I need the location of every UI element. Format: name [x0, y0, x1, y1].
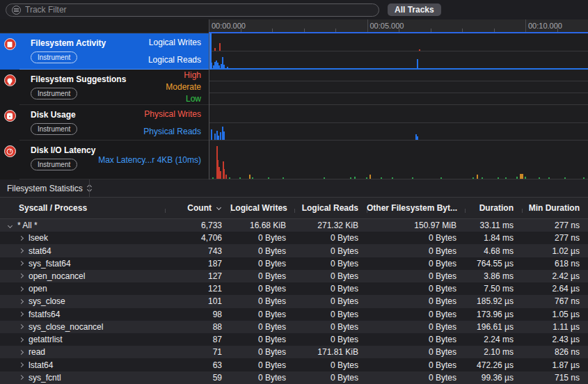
logical-reads-cell: 0 Bytes [294, 271, 367, 281]
track-label-area[interactable]: Filesystem ActivityInstrumentLogical Wri… [19, 33, 209, 70]
logical-reads-cell: 0 Bytes [294, 296, 367, 306]
logical-writes-cell: 0 Bytes [230, 284, 294, 294]
timeline-ruler[interactable]: 00:00.00000:05.00000:10.000 [0, 19, 588, 33]
table-row[interactable]: open_nocancel1270 Bytes0 Bytes0 Bytes3.8… [0, 270, 588, 282]
column-header[interactable]: Logical Writes [230, 203, 294, 213]
table-row[interactable]: lseek4,7060 Bytes0 Bytes0 Bytes1.84 ms27… [0, 232, 588, 244]
other-bytes-cell: 0 Bytes [367, 310, 465, 319]
spike [370, 175, 371, 179]
ruler-label: 00:05.000 [370, 22, 404, 30]
disclosure-closed-icon[interactable] [19, 287, 24, 291]
count-cell: 187 [165, 259, 230, 269]
ruler-scale[interactable]: 00:00.00000:05.00000:10.000 [209, 19, 588, 33]
table-row[interactable]: sys_close1010 Bytes0 Bytes0 Bytes185.92 … [0, 295, 588, 307]
disclosure-closed-icon[interactable] [19, 324, 24, 329]
ruler-label: 00:00.000 [212, 22, 246, 30]
min-duration-cell: 2.42 µs [522, 271, 588, 281]
logical-reads-cell: 0 Bytes [294, 373, 367, 383]
track-filter-field[interactable] [6, 3, 379, 17]
track-filter-input[interactable] [25, 5, 373, 15]
disclosure-closed-icon[interactable] [19, 261, 24, 266]
other-bytes-cell: 0 Bytes [367, 322, 465, 332]
spike [214, 134, 216, 140]
logical-writes-cell: 0 Bytes [230, 373, 294, 383]
spike [214, 48, 216, 51]
table-row[interactable]: open1210 Bytes0 Bytes0 Bytes7.50 ms2.64 … [0, 282, 588, 295]
table-row[interactable]: read710 Bytes171.81 KiB0 Bytes2.10 ms826… [0, 346, 588, 358]
table-row[interactable]: sys_close_nocancel880 Bytes0 Bytes0 Byte… [0, 321, 588, 333]
spike [417, 136, 418, 140]
disclosure-closed-icon[interactable] [19, 299, 24, 304]
playhead[interactable] [209, 33, 212, 70]
syscall-name: fstatfs64 [29, 310, 60, 319]
spike [412, 177, 413, 179]
track-chart[interactable] [209, 105, 588, 141]
chart-lane [209, 33, 588, 51]
table-row[interactable]: stat647430 Bytes0 Bytes0 Bytes4.68 ms1.0… [0, 244, 588, 257]
table-row[interactable]: * All *6,73316.68 KiB271.32 KiB150.97 Mi… [0, 219, 588, 232]
track-chart[interactable] [209, 70, 588, 105]
spike [366, 177, 367, 179]
count-cell: 63 [165, 360, 230, 370]
disclosure-closed-icon[interactable] [19, 375, 24, 380]
disk-icon [4, 110, 16, 122]
logical-writes-cell: 0 Bytes [230, 259, 294, 269]
track-row[interactable]: Disk I/O LatencyInstrumentMax Latency...… [0, 141, 588, 179]
duration-cell: 764.55 µs [465, 259, 522, 269]
disclosure-closed-icon[interactable] [19, 362, 24, 367]
table-row[interactable]: getattrlist870 Bytes0 Bytes0 Bytes2.24 m… [0, 333, 588, 346]
instrument-title: Disk I/O Latency [31, 145, 95, 155]
spike [525, 177, 526, 179]
syscall-name: sys_fstat64 [29, 259, 71, 269]
min-duration-cell: 2.43 µs [522, 335, 588, 344]
logical-reads-cell: 0 Bytes [294, 259, 367, 269]
lane-label: Physical Reads [143, 122, 201, 140]
track-row[interactable]: Disk UsageInstrumentPhysical WritesPhysi… [0, 105, 588, 141]
track-label-area[interactable]: Filesystem SuggestionsInstrumentHighMode… [19, 70, 209, 105]
all-tracks-button[interactable]: All Tracks [388, 3, 441, 16]
spike [249, 175, 251, 179]
column-header[interactable]: Min Duration [522, 203, 588, 213]
disclosure-closed-icon[interactable] [19, 312, 24, 317]
track-row[interactable]: Filesystem SuggestionsInstrumentHighMode… [0, 70, 588, 105]
disclosure-closed-icon[interactable] [19, 337, 24, 342]
track-row[interactable]: Filesystem ActivityInstrumentLogical Wri… [0, 33, 588, 70]
logical-reads-cell: 0 Bytes [294, 310, 367, 319]
column-header[interactable]: Duration [465, 203, 522, 213]
logical-writes-cell: 0 Bytes [230, 296, 294, 306]
track-label-area[interactable]: Disk UsageInstrumentPhysical WritesPhysi… [19, 105, 209, 141]
spike [213, 65, 214, 68]
spike [229, 177, 230, 179]
ruler-label: 00:10.000 [528, 22, 562, 30]
track-chart[interactable] [209, 141, 588, 179]
column-header[interactable]: Logical Reads [294, 203, 367, 213]
min-duration-cell: 767 ns [522, 296, 588, 306]
disclosure-closed-icon[interactable] [19, 248, 24, 253]
count-cell: 6,733 [165, 221, 230, 230]
logical-writes-cell: 0 Bytes [230, 335, 294, 344]
duration-cell: 33.11 ms [465, 221, 522, 230]
table-row[interactable]: sys_fstat641870 Bytes0 Bytes0 Bytes764.5… [0, 257, 588, 270]
spike [472, 177, 474, 179]
disclosure-closed-icon[interactable] [19, 236, 24, 241]
table-row[interactable]: lstat64630 Bytes0 Bytes0 Bytes472.26 µs1… [0, 358, 588, 371]
disclosure-closed-icon[interactable] [19, 350, 24, 355]
logical-writes-cell: 0 Bytes [230, 310, 294, 319]
count-cell: 88 [165, 322, 230, 332]
track-gutter [0, 105, 19, 141]
statistics-jump-bar[interactable]: Filesystem Statistics [0, 179, 588, 198]
column-header[interactable]: Count [165, 203, 230, 213]
table-row[interactable]: fstatfs64980 Bytes0 Bytes0 Bytes173.96 µ… [0, 308, 588, 321]
spike [239, 177, 241, 179]
duration-cell: 2.10 ms [465, 347, 522, 357]
min-duration-cell: 715 ns [522, 373, 588, 383]
track-label-area[interactable]: Disk I/O LatencyInstrumentMax Latency...… [19, 141, 209, 179]
filter-icon [12, 6, 21, 15]
disclosure-closed-icon[interactable] [19, 273, 24, 278]
column-header[interactable]: Other Filesystem Byt... [367, 203, 465, 213]
column-header[interactable]: Syscall / Process [0, 203, 165, 213]
track-chart[interactable] [209, 33, 588, 70]
spike [419, 49, 420, 51]
disclosure-open-icon[interactable] [8, 223, 13, 228]
table-row[interactable]: sys_fcntl590 Bytes0 Bytes0 Bytes99.36 µs… [0, 371, 588, 384]
